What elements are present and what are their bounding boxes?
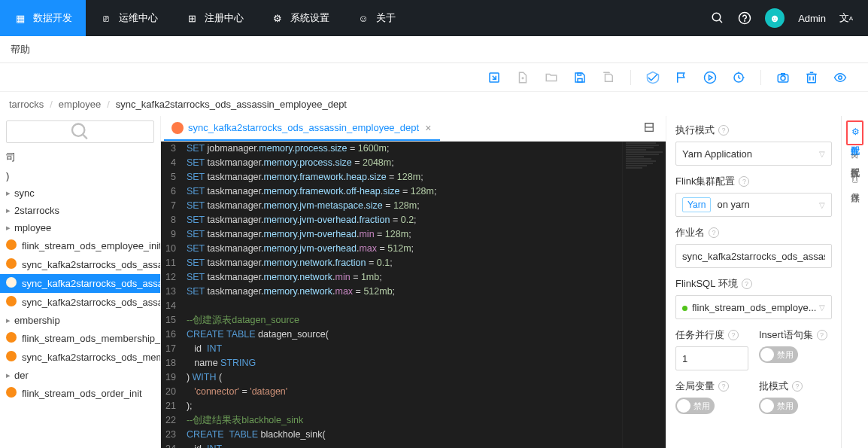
tree-job-item[interactable]: sync_kafka2starrocks_ods_memb <box>0 348 160 367</box>
help-icon[interactable]: ? <box>718 381 729 392</box>
field-global: 全局变量? 禁用 <box>675 379 748 414</box>
select-value: on yarn <box>717 199 749 210</box>
tree-folder-item[interactable]: ▸2starrocks <box>0 202 160 219</box>
tree-folder-item[interactable]: ▸embership <box>0 312 160 329</box>
search-input[interactable] <box>6 120 154 143</box>
panel-toggle-icon[interactable] <box>643 121 663 136</box>
help-icon[interactable]: ? <box>718 125 729 136</box>
nav-data-dev[interactable]: ▦ 数据开发 <box>0 0 86 36</box>
nav-registry[interactable]: ⊞ 注册中心 <box>171 0 257 36</box>
close-icon[interactable]: × <box>423 122 432 134</box>
toggle-label: 禁用 <box>777 349 794 361</box>
editor-gutter: 3456789101112131415161718192021222324 <box>161 142 187 448</box>
save-all-icon[interactable] <box>602 71 615 84</box>
nav-ops[interactable]: ⎚ 运维中心 <box>86 0 171 36</box>
nav-settings[interactable]: ⚙ 系统设置 <box>257 0 343 36</box>
insert-toggle[interactable]: 禁用 <box>759 346 798 363</box>
label: 执行模式 <box>675 123 715 137</box>
tree-job-item[interactable]: sync_kafka2starrocks_ods_assass <box>0 255 160 274</box>
editor-code[interactable]: SET jobmanager.memory.process.size = 160… <box>187 142 622 448</box>
camera-icon[interactable] <box>776 71 790 84</box>
breadcrumb-segment[interactable]: tarrocks <box>9 99 44 110</box>
tree-folder-item[interactable]: ) <box>0 167 160 184</box>
editor-tab[interactable]: sync_kafka2starrocks_ods_assassin_employ… <box>164 117 440 141</box>
save-icon[interactable] <box>573 71 587 84</box>
chevron-right-icon: ▸ <box>6 370 11 380</box>
help-icon[interactable]: ? <box>739 176 749 187</box>
tab-row: sync_kafka2starrocks_ods_assassin_employ… <box>161 116 666 142</box>
cluster-select[interactable]: Yarnon yarn▽ <box>675 193 832 217</box>
user-name[interactable]: Admin <box>798 13 826 24</box>
schedule-icon[interactable] <box>732 71 745 84</box>
breadcrumb-sep: / <box>50 99 53 110</box>
jobname-input[interactable] <box>675 244 832 268</box>
check-icon[interactable] <box>646 71 660 84</box>
label: Insert语句集 <box>759 328 813 342</box>
new-file-icon[interactable] <box>516 71 530 84</box>
flag-icon[interactable] <box>675 71 688 84</box>
rail-tab-exec-config[interactable]: ⧖执行配置 <box>847 147 863 167</box>
chevron-down-icon: ▽ <box>819 150 825 158</box>
language-icon[interactable]: 文A <box>839 11 853 25</box>
module-icon: ▦ <box>14 11 27 25</box>
run-icon[interactable] <box>703 71 717 84</box>
export-icon[interactable] <box>487 71 501 84</box>
avatar[interactable]: ☻ <box>765 8 785 28</box>
folder-icon[interactable] <box>545 71 558 84</box>
tree-folder-item[interactable]: ▸mployee <box>0 219 160 236</box>
tree-folder-item[interactable]: 司 <box>0 148 160 167</box>
help-icon[interactable]: ? <box>728 330 739 340</box>
job-icon <box>6 258 18 271</box>
exec-mode-select[interactable]: Yarn Application▽ <box>675 142 832 166</box>
tree-job-item[interactable]: sync_kafka2starrocks_ods_assass <box>0 274 160 293</box>
help-icon[interactable] <box>738 11 751 25</box>
code-editor[interactable]: 3456789101112131415161718192021222324 SE… <box>161 142 666 448</box>
job-icon <box>6 332 18 345</box>
tree-folder-item[interactable]: ▸der <box>0 367 160 384</box>
sub-bar: 帮助 <box>0 36 868 63</box>
status-dot-icon <box>682 306 687 311</box>
chevron-right-icon: ▸ <box>6 223 11 233</box>
help-icon[interactable]: ? <box>817 330 827 340</box>
rail-tab-job-config[interactable]: ⚙作业配置 <box>846 120 863 145</box>
job-icon <box>6 351 18 364</box>
nav-label: 系统设置 <box>290 11 329 25</box>
batch-toggle[interactable]: 禁用 <box>759 398 798 414</box>
help-icon[interactable]: ? <box>792 381 803 392</box>
job-icon <box>6 277 18 290</box>
label: 作业名 <box>675 226 705 239</box>
rail-tab-savepoint[interactable]: ⎙保存点 <box>847 169 863 192</box>
svg-point-9 <box>781 75 785 80</box>
editor-minimap[interactable] <box>622 142 666 448</box>
help-icon[interactable]: ? <box>742 279 752 289</box>
svg-point-0 <box>712 13 721 21</box>
svg-point-11 <box>839 75 842 79</box>
parallel-input[interactable] <box>675 346 748 370</box>
env-select[interactable]: flink_stream_ods_employe...▽ <box>675 295 832 319</box>
label: Flink集群配置 <box>675 175 735 188</box>
search-icon <box>13 121 147 142</box>
chevron-right-icon: ▸ <box>6 206 11 215</box>
tree-job-item[interactable]: sync_kafka2starrocks_ods_assass <box>0 293 160 312</box>
view-icon[interactable] <box>833 71 847 84</box>
select-value: flink_stream_ods_employe... <box>692 302 816 313</box>
global-toggle[interactable]: 禁用 <box>675 398 715 414</box>
tree[interactable]: 司)▸sync▸2starrocks▸mployeeflink_stream_o… <box>0 148 160 448</box>
tree-job-item[interactable]: flink_stream_ods_employee_init <box>0 236 160 255</box>
breadcrumb-segment[interactable]: employee <box>59 99 101 110</box>
label: FlinkSQL 环境 <box>675 277 738 291</box>
tree-job-item[interactable]: flink_stream_ods_membership_ir <box>0 329 160 348</box>
nav-about[interactable]: ☺ 关于 <box>343 0 409 36</box>
nav-label: 关于 <box>376 11 396 25</box>
tab-label: sync_kafka2starrocks_ods_assassin_employ… <box>188 122 419 133</box>
search-icon[interactable] <box>711 11 724 25</box>
field-parallel: 任务并行度? <box>675 328 748 370</box>
delete-icon[interactable] <box>805 71 818 84</box>
help-icon[interactable]: ? <box>709 227 719 238</box>
tree-job-item[interactable]: flink_stream_ods_order_init <box>0 384 160 403</box>
tree-folder-item[interactable]: ▸sync <box>0 184 160 202</box>
help-menu[interactable]: 帮助 <box>11 43 30 56</box>
breadcrumb-sep: / <box>107 99 110 110</box>
nav-label: 数据开发 <box>33 11 72 25</box>
cluster-tag: Yarn <box>682 197 711 212</box>
